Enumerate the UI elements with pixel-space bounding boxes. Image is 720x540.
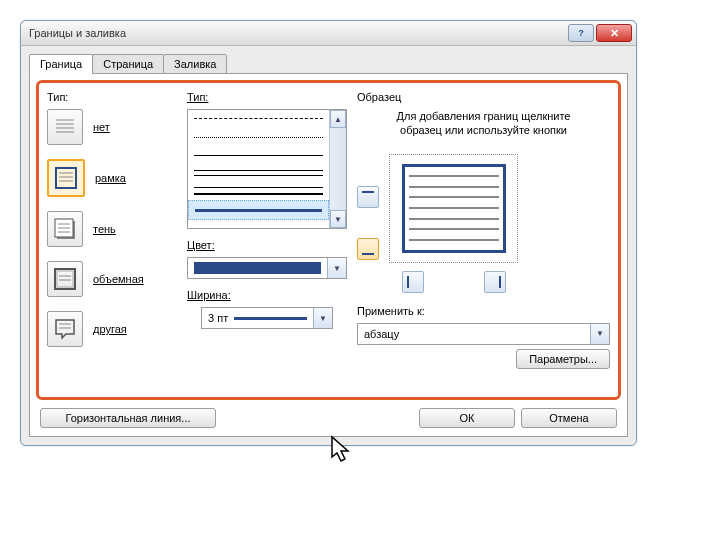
preview-heading: Образец	[357, 91, 610, 103]
preview-text-line	[409, 218, 499, 220]
tab-page[interactable]: Страница	[92, 54, 164, 74]
preview-hint: Для добавления границ щелкните образец и…	[384, 109, 584, 138]
window-controls: ? ✕	[566, 24, 632, 42]
preview-box-wrap[interactable]	[389, 154, 518, 263]
left-border-button[interactable]	[402, 271, 424, 293]
dialog-title: Границы и заливка	[29, 27, 566, 39]
line-style-item[interactable]	[188, 182, 329, 200]
apply-to-value: абзацу	[358, 328, 590, 340]
type-3d-label: объемная	[93, 273, 144, 285]
dropdown-icon: ▼	[327, 258, 346, 278]
width-value: 3 пт	[208, 312, 228, 324]
scroll-down-button[interactable]: ▼	[330, 210, 346, 228]
width-heading: Ширина:	[187, 289, 347, 301]
preview-text-line	[409, 186, 499, 188]
tab-panel: Тип: нет рамка	[29, 73, 628, 437]
dialog-footer: Горизонтальная линия... ОК Отмена	[36, 400, 621, 430]
type-none-icon	[47, 109, 83, 145]
svg-rect-4	[56, 168, 76, 188]
ok-button[interactable]: ОК	[419, 408, 515, 428]
svg-rect-14	[57, 271, 73, 287]
type-none-label: нет	[93, 121, 110, 133]
style-scrollbar: ▲ ▼	[329, 110, 346, 228]
color-swatch	[194, 262, 321, 274]
color-combo[interactable]: ▼	[187, 257, 347, 279]
line-style-item[interactable]	[188, 110, 329, 128]
preview-area	[357, 154, 610, 293]
type-box-icon	[47, 159, 85, 197]
type-none[interactable]: нет	[47, 109, 177, 145]
type-custom-label: другая	[93, 323, 127, 335]
preview-text-line	[409, 196, 499, 198]
titlebar: Границы и заливка ? ✕	[21, 21, 636, 46]
dropdown-icon: ▼	[313, 308, 332, 328]
line-style-item[interactable]	[188, 164, 329, 182]
cancel-button[interactable]: Отмена	[521, 408, 617, 428]
type-shadow-icon	[47, 211, 83, 247]
horizontal-line-button[interactable]: Горизонтальная линия...	[40, 408, 216, 428]
type-3d[interactable]: объемная	[47, 261, 177, 297]
width-value-wrap: 3 пт	[202, 312, 313, 324]
style-heading: Тип:	[187, 91, 347, 103]
type-heading: Тип:	[47, 91, 177, 103]
preview-text-line	[409, 207, 499, 209]
svg-rect-13	[55, 269, 75, 289]
close-button[interactable]: ✕	[596, 24, 632, 42]
type-custom[interactable]: другая	[47, 311, 177, 347]
width-combo[interactable]: 3 пт ▼	[201, 307, 333, 329]
line-style-list[interactable]: ▲ ▼	[187, 109, 347, 229]
scroll-up-button[interactable]: ▲	[330, 110, 346, 128]
type-3d-icon	[47, 261, 83, 297]
line-style-item[interactable]	[188, 200, 329, 220]
type-box[interactable]: рамка	[47, 159, 177, 197]
type-box-label: рамка	[95, 172, 126, 184]
preview-box-container	[389, 154, 518, 293]
style-column: Тип: ▲ ▼	[187, 89, 347, 389]
options-button[interactable]: Параметры...	[516, 349, 610, 369]
scroll-track[interactable]	[330, 128, 346, 210]
borders-shading-dialog: Границы и заливка ? ✕ Граница Страница З…	[20, 20, 637, 446]
preview-text-line	[409, 239, 499, 241]
tab-fill[interactable]: Заливка	[163, 54, 227, 74]
line-style-item[interactable]	[188, 128, 329, 146]
top-border-button[interactable]	[357, 186, 379, 208]
type-list: нет рамка тень	[47, 109, 177, 347]
line-style-items	[188, 110, 329, 228]
preview-text-line	[409, 175, 499, 177]
type-shadow-label: тень	[93, 223, 116, 235]
options-row: Параметры...	[357, 353, 610, 365]
apply-to-combo[interactable]: абзацу ▼	[357, 323, 610, 345]
type-shadow[interactable]: тень	[47, 211, 177, 247]
apply-to-heading: Применить к:	[357, 305, 610, 317]
preview-box	[402, 164, 506, 253]
edge-buttons-horizontal	[389, 271, 518, 293]
preview-column: Образец Для добавления границ щелкните о…	[357, 89, 610, 389]
dialog-body: Граница Страница Заливка Тип: нет	[21, 46, 636, 445]
tab-border[interactable]: Граница	[29, 54, 93, 74]
tab-strip: Граница Страница Заливка	[29, 54, 628, 74]
preview-text-line	[409, 228, 499, 230]
highlighted-area: Тип: нет рамка	[36, 80, 621, 400]
line-style-item[interactable]	[188, 146, 329, 164]
color-heading: Цвет:	[187, 239, 347, 251]
width-sample-line	[234, 317, 307, 320]
bottom-border-button[interactable]	[357, 238, 379, 260]
right-border-button[interactable]	[484, 271, 506, 293]
dropdown-icon: ▼	[590, 324, 609, 344]
help-button[interactable]: ?	[568, 24, 594, 42]
color-value	[188, 262, 327, 274]
type-custom-icon	[47, 311, 83, 347]
type-column: Тип: нет рамка	[47, 89, 177, 389]
edge-buttons-vertical	[357, 186, 379, 260]
